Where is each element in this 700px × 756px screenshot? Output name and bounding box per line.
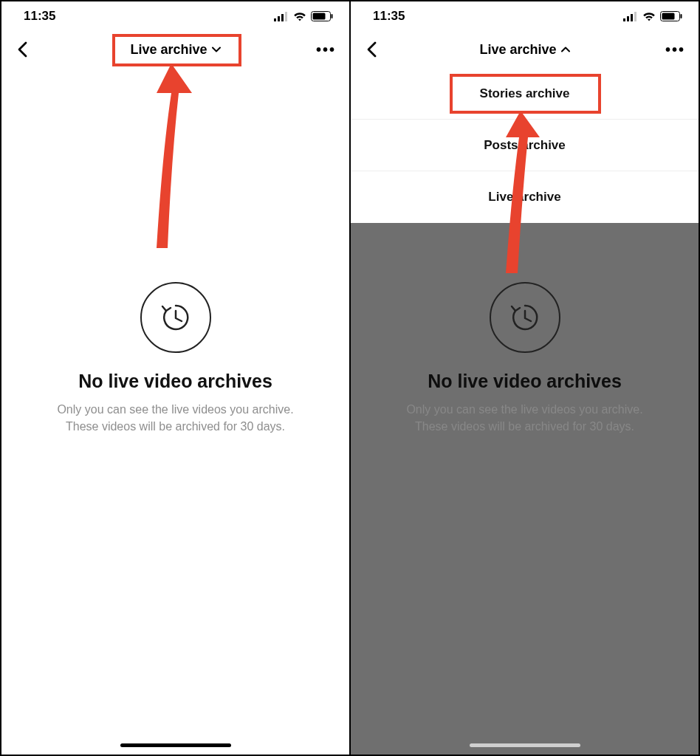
archive-title-label: Live archive [130, 42, 207, 58]
home-indicator[interactable] [470, 743, 580, 747]
svg-rect-1 [278, 16, 280, 21]
status-time: 11:35 [373, 9, 405, 24]
archive-dropdown-menu: Stories archive Posts archive Live archi… [351, 68, 699, 223]
archive-clock-icon [490, 282, 560, 353]
empty-state: No live video archives Only you can see … [351, 282, 699, 435]
svg-rect-0 [274, 18, 276, 21]
chevron-down-icon [212, 45, 221, 54]
chevron-up-icon [561, 45, 570, 54]
svg-rect-6 [332, 14, 333, 18]
svg-rect-3 [285, 12, 287, 21]
more-options-button[interactable]: ••• [313, 41, 339, 58]
phone-screen-right: 11:35 Live archive ••• Stories archive P… [349, 1, 699, 755]
svg-rect-13 [681, 14, 682, 18]
annotation-arrow [112, 63, 201, 248]
svg-rect-9 [631, 14, 633, 21]
home-indicator[interactable] [120, 743, 231, 747]
chevron-left-icon [366, 41, 377, 58]
status-bar: 11:35 [1, 1, 349, 31]
cellular-signal-icon [623, 12, 638, 21]
wifi-icon [293, 12, 306, 21]
battery-icon [311, 11, 333, 21]
chevron-left-icon [17, 41, 27, 58]
archive-title-dropdown[interactable]: Live archive [121, 38, 229, 62]
phone-screen-left: 11:35 Live archive ••• [1, 1, 349, 755]
dropdown-item-live-archive[interactable]: Live archive [351, 171, 699, 223]
archive-title-dropdown[interactable]: Live archive [470, 38, 578, 62]
svg-rect-2 [281, 14, 284, 21]
archive-clock-icon [140, 282, 211, 353]
status-time: 11:35 [24, 9, 55, 24]
svg-rect-5 [313, 13, 326, 20]
battery-icon [660, 11, 682, 21]
back-button[interactable] [12, 39, 32, 60]
status-indicators [274, 11, 333, 21]
status-indicators [623, 11, 682, 21]
status-bar: 11:35 [351, 1, 699, 31]
nav-header: Live archive ••• [351, 31, 699, 68]
empty-state-subtitle: Only you can see the live videos you arc… [406, 401, 642, 435]
svg-rect-10 [634, 12, 636, 21]
dropdown-item-stories-archive[interactable]: Stories archive [351, 68, 699, 120]
svg-rect-12 [662, 13, 675, 20]
more-options-button[interactable]: ••• [662, 41, 688, 58]
svg-rect-7 [623, 18, 625, 21]
empty-state-title: No live video archives [78, 371, 272, 392]
nav-header: Live archive ••• [1, 31, 349, 68]
svg-rect-8 [627, 16, 629, 21]
dropdown-item-posts-archive[interactable]: Posts archive [351, 120, 699, 171]
archive-title-label: Live archive [479, 42, 556, 58]
empty-state: No live video archives Only you can see … [1, 282, 349, 435]
wifi-icon [642, 12, 656, 21]
cellular-signal-icon [274, 12, 289, 21]
empty-state-subtitle: Only you can see the live videos you arc… [57, 401, 293, 435]
back-button[interactable] [361, 39, 382, 60]
empty-state-title: No live video archives [428, 371, 622, 392]
